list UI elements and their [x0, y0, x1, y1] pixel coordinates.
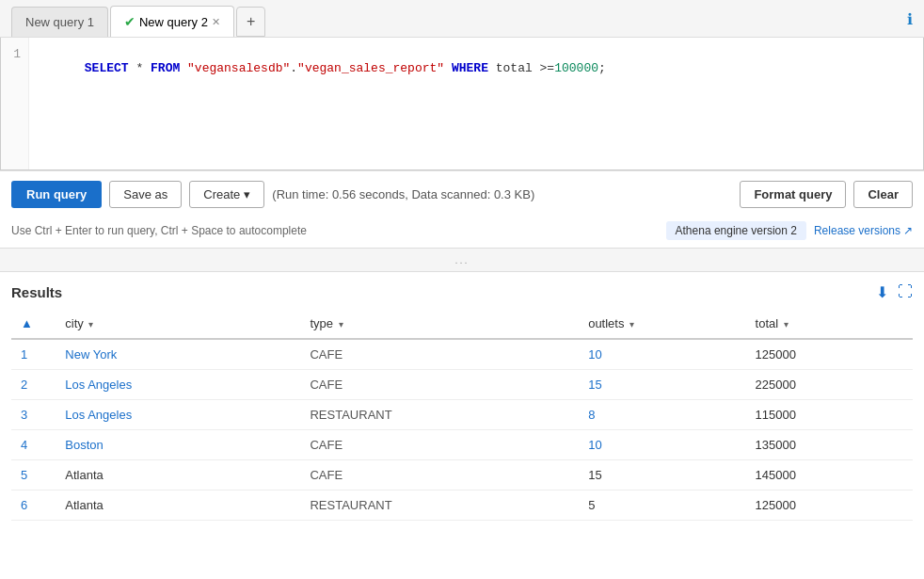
table-row: 5 Atlanta CAFE 15 145000 — [11, 460, 913, 491]
cell-outlets-2: 8 — [579, 400, 745, 430]
cell-row-2: 3 — [11, 400, 56, 430]
city-value-0[interactable]: New York — [65, 347, 117, 362]
type-value-2: RESTAURANT — [310, 408, 391, 422]
release-link-text: Release versions — [814, 224, 900, 237]
kw-from: FROM — [151, 61, 180, 75]
col-header-city[interactable]: city ▾ — [56, 309, 300, 339]
cell-city-3: Boston — [56, 430, 300, 460]
row-number-5: 6 — [21, 498, 27, 512]
editor-area: 1 SELECT * FROM "vegansalesdb"."vegan_sa… — [0, 38, 924, 170]
cell-city-4: Atlanta — [56, 460, 300, 491]
total-value-0: 125000 — [756, 347, 796, 362]
total-value-3: 135000 — [756, 438, 796, 452]
table-header-row: ▲ city ▾ type ▾ outlets ▾ total ▾ — [11, 309, 913, 339]
cell-city-0: New York — [56, 339, 300, 370]
run-query-button[interactable]: Run query — [11, 181, 102, 208]
total-value-1: 225000 — [756, 378, 796, 392]
results-icons: ⬇ ⛶ — [876, 283, 913, 301]
code-semi: ; — [598, 61, 606, 75]
cell-type-5: RESTAURANT — [300, 491, 579, 521]
cell-type-3: CAFE — [300, 430, 579, 460]
table-row: 6 Atlanta RESTAURANT 5 125000 — [11, 491, 913, 521]
format-query-button[interactable]: Format query — [740, 181, 846, 208]
close-tab-icon[interactable]: ✕ — [212, 16, 220, 28]
city-value-3[interactable]: Boston — [65, 438, 103, 452]
col-header-total[interactable]: total ▾ — [746, 309, 913, 339]
outlets-value-5: 5 — [588, 498, 595, 512]
type-value-3: CAFE — [310, 438, 343, 452]
col-header-outlets[interactable]: outlets ▾ — [579, 309, 745, 339]
tab-new-query-2[interactable]: ✔ New query 2 ✕ — [110, 6, 234, 37]
type-value-0: CAFE — [310, 347, 343, 362]
kw-where: WHERE — [452, 61, 488, 75]
cell-outlets-3: 10 — [579, 430, 745, 460]
row-number-0: 1 — [21, 347, 27, 362]
cell-total-1: 225000 — [746, 370, 913, 400]
download-icon[interactable]: ⬇ — [876, 283, 888, 301]
row-number-2: 3 — [21, 408, 27, 422]
results-section: Results ⬇ ⛶ ▲ city ▾ type ▾ outlets — [0, 272, 924, 532]
save-as-button[interactable]: Save as — [109, 181, 182, 208]
cell-row-4: 5 — [11, 460, 56, 491]
col-header-row[interactable]: ▲ — [11, 309, 56, 339]
outlets-value-0: 10 — [588, 347, 601, 362]
row-number-4: 5 — [21, 468, 27, 482]
line-numbers: 1 — [1, 38, 29, 169]
code-editor[interactable]: SELECT * FROM "vegansalesdb"."vegan_sale… — [29, 38, 617, 169]
outlets-value-3: 10 — [588, 438, 601, 452]
col-label-outlets: outlets — [588, 316, 624, 330]
run-info: (Run time: 0.56 seconds, Data scanned: 0… — [272, 187, 732, 201]
code-space2 — [180, 61, 187, 75]
tab-label-1: New query 1 — [25, 15, 94, 29]
col-header-type[interactable]: type ▾ — [300, 309, 579, 339]
city-value-1[interactable]: Los Angeles — [65, 378, 132, 392]
editor-content: 1 SELECT * FROM "vegansalesdb"."vegan_sa… — [1, 38, 923, 169]
table-row: 3 Los Angeles RESTAURANT 8 115000 — [11, 400, 913, 430]
cell-row-0: 1 — [11, 339, 56, 370]
chevron-down-icon: ▾ — [244, 187, 250, 201]
info-icon[interactable]: ℹ — [907, 10, 913, 32]
engine-info: Athena engine version 2 Release versions… — [666, 221, 913, 240]
num-val: 100000 — [554, 61, 598, 75]
check-icon: ✔ — [124, 14, 135, 29]
add-tab-button[interactable]: + — [236, 7, 265, 37]
divider[interactable]: ... — [0, 248, 924, 272]
kw-select: SELECT — [85, 61, 129, 75]
tab2-icons: ✔ New query 2 ✕ — [124, 14, 220, 29]
city-value-4: Atlanta — [65, 468, 103, 482]
col-label-type: type — [310, 316, 333, 330]
city-value-2[interactable]: Los Angeles — [65, 408, 132, 422]
code-where — [444, 61, 452, 75]
table-row: 4 Boston CAFE 10 135000 — [11, 430, 913, 460]
cell-row-3: 4 — [11, 430, 56, 460]
outlets-value-1: 15 — [588, 378, 601, 392]
cell-outlets-5: 5 — [579, 491, 745, 521]
engine-badge: Athena engine version 2 — [666, 221, 806, 240]
sort-up-icon: ▲ — [21, 316, 33, 330]
tabs-container: New query 1 ✔ New query 2 ✕ + — [11, 6, 265, 37]
cell-total-0: 125000 — [746, 339, 913, 370]
str-db: "vegansalesdb" — [187, 61, 290, 75]
release-versions-link[interactable]: Release versions ↗ — [814, 224, 913, 237]
str-table: "vegan_sales_report" — [297, 61, 444, 75]
cell-row-5: 6 — [11, 491, 56, 521]
cell-total-3: 135000 — [746, 430, 913, 460]
create-button[interactable]: Create ▾ — [189, 181, 264, 208]
toolbar: Run query Save as Create ▾ (Run time: 0.… — [0, 170, 924, 217]
line-number-1: 1 — [8, 47, 21, 61]
cell-outlets-1: 15 — [579, 370, 745, 400]
expand-icon[interactable]: ⛶ — [898, 283, 913, 301]
code-total: total >= — [488, 61, 554, 75]
external-link-icon: ↗ — [903, 224, 913, 237]
cell-type-4: CAFE — [300, 460, 579, 491]
tab-new-query-1[interactable]: New query 1 — [11, 7, 108, 37]
top-bar: New query 1 ✔ New query 2 ✕ + ℹ — [0, 0, 924, 38]
col-label-city: city — [65, 316, 84, 330]
code-space: * — [129, 61, 151, 75]
cell-type-0: CAFE — [300, 339, 579, 370]
tab-label-2: New query 2 — [139, 15, 208, 29]
cell-row-1: 2 — [11, 370, 56, 400]
table-row: 2 Los Angeles CAFE 15 225000 — [11, 370, 913, 400]
sort-icon-type: ▾ — [339, 319, 343, 330]
clear-button[interactable]: Clear — [853, 181, 913, 208]
